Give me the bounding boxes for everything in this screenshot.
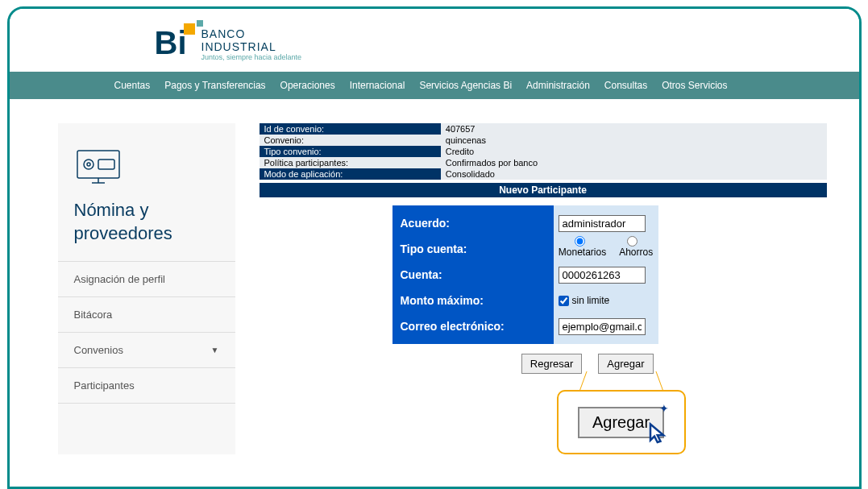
table-row: Política participantes: Confirmados por …: [260, 157, 827, 168]
logo-mark: Bi: [155, 25, 193, 64]
nav-pagos-transferencias[interactable]: Pagos y Transferencias: [164, 80, 265, 91]
table-row: Convenio: quincenas: [260, 135, 827, 146]
sidebar-title: Nómina y proveedores: [58, 199, 235, 261]
detail-value: Confirmados por banco: [441, 157, 827, 168]
label-monto-maximo: Monto máximo:: [401, 288, 546, 313]
bank-name-line2: INDUSTRIAL: [201, 40, 302, 53]
table-row: Id de convenio: 407657: [260, 123, 827, 135]
sidebar-item-asignacion-perfil[interactable]: Asignación de perfil: [58, 261, 235, 297]
participant-form: Acuerdo: Tipo cuenta: Cuenta: Monto máxi…: [260, 205, 827, 344]
sidebar-item-label: Asignación de perfil: [74, 273, 165, 285]
detail-label: Id de convenio:: [260, 123, 441, 135]
detail-value: Credito: [441, 146, 827, 157]
bank-tagline: Juntos, siempre hacia adelante: [201, 53, 302, 61]
sidebar-item-bitacora[interactable]: Bitácora: [58, 296, 235, 333]
label-cuenta: Cuenta:: [401, 262, 546, 288]
sidebar-menu: Asignación de perfil Bitácora Convenios …: [58, 261, 235, 404]
form-labels-column: Acuerdo: Tipo cuenta: Cuenta: Monto máxi…: [392, 205, 554, 344]
logo-accent-icon: [184, 23, 195, 35]
table-row: Tipo convenio: Credito: [260, 146, 827, 157]
sidebar-item-label: Participantes: [74, 379, 135, 392]
detail-value: 407657: [441, 123, 827, 135]
detail-label: Convenio:: [260, 135, 441, 146]
sidebar-item-label: Bitácora: [74, 309, 113, 321]
callout-connector: [559, 371, 684, 392]
label-tipo-cuenta: Tipo cuenta:: [401, 236, 546, 262]
radio-ahorros[interactable]: [627, 236, 638, 247]
nav-operaciones[interactable]: Operaciones: [280, 80, 335, 91]
detail-label: Política participantes:: [260, 157, 441, 168]
logo-text: BANCO INDUSTRIAL Juntos, siempre hacia a…: [201, 27, 302, 61]
zoom-callout: Agregar ✦: [557, 390, 686, 454]
radio-label-monetarios: Monetarios: [559, 247, 606, 258]
logo-letter: Bi: [155, 25, 187, 60]
detail-label: Tipo convenio:: [260, 146, 441, 157]
svg-point-1: [84, 160, 93, 169]
sidebar: Nómina y proveedores Asignación de perfi…: [58, 123, 235, 454]
acuerdo-input[interactable]: [559, 215, 646, 232]
logo-accent-icon: [197, 20, 203, 27]
bank-name-line1: BANCO: [201, 27, 302, 40]
cuenta-input[interactable]: [559, 267, 646, 284]
logo-area: Bi BANCO INDUSTRIAL Juntos, siempre haci…: [10, 9, 859, 72]
radio-label-ahorros: Ahorros: [619, 247, 653, 258]
detail-value: quincenas: [441, 135, 827, 146]
sidebar-item-participantes[interactable]: Participantes: [58, 367, 235, 404]
label-correo: Correo electrónico:: [401, 313, 546, 339]
sidebar-item-label: Convenios: [74, 344, 123, 356]
content-wrapper: Nómina y proveedores Asignación de perfi…: [10, 99, 859, 487]
monitor-payroll-icon: [58, 147, 235, 199]
detail-label: Modo de aplicación:: [260, 168, 441, 180]
correo-input[interactable]: [559, 318, 646, 335]
sin-limite-checkbox[interactable]: [559, 296, 569, 306]
click-marks-icon: ✦: [659, 402, 669, 415]
sidebar-item-convenios[interactable]: Convenios ▼: [58, 332, 235, 368]
nav-otros-servicios[interactable]: Otros Servicios: [662, 80, 727, 91]
nav-cuentas[interactable]: Cuentas: [114, 80, 151, 91]
svg-point-2: [87, 163, 90, 166]
radio-monetarios[interactable]: [575, 236, 585, 247]
sin-limite-label: sin limite: [572, 295, 610, 306]
agregar-zoom-label: Agregar: [592, 413, 650, 431]
main-nav: Cuentas Pagos y Transferencias Operacion…: [10, 72, 859, 99]
nav-servicios-agencias[interactable]: Servicios Agencias Bi: [419, 80, 512, 91]
screen: Bi BANCO INDUSTRIAL Juntos, siempre haci…: [10, 9, 859, 487]
section-header: Nuevo Participante: [260, 183, 827, 197]
nav-administracion[interactable]: Administración: [526, 80, 590, 91]
main-content: Id de convenio: 407657 Convenio: quincen…: [260, 123, 827, 454]
table-row: Modo de aplicación: Consolidado: [260, 168, 827, 180]
cursor-icon: [646, 422, 671, 446]
form-buttons: Regresar Agregar: [260, 344, 827, 374]
device-frame: Bi BANCO INDUSTRIAL Juntos, siempre haci…: [7, 6, 862, 489]
label-acuerdo: Acuerdo:: [401, 210, 546, 236]
chevron-down-icon: ▼: [211, 346, 219, 354]
nav-internacional[interactable]: Internacional: [350, 80, 405, 91]
convenio-details-table: Id de convenio: 407657 Convenio: quincen…: [260, 123, 827, 180]
form-inputs-column: Monetarios Ahorros sin limite: [554, 205, 658, 344]
nav-consultas[interactable]: Consultas: [604, 80, 647, 91]
agregar-button-zoom[interactable]: Agregar ✦: [578, 407, 664, 438]
detail-value: Consolidado: [441, 168, 827, 180]
svg-rect-3: [98, 160, 114, 169]
